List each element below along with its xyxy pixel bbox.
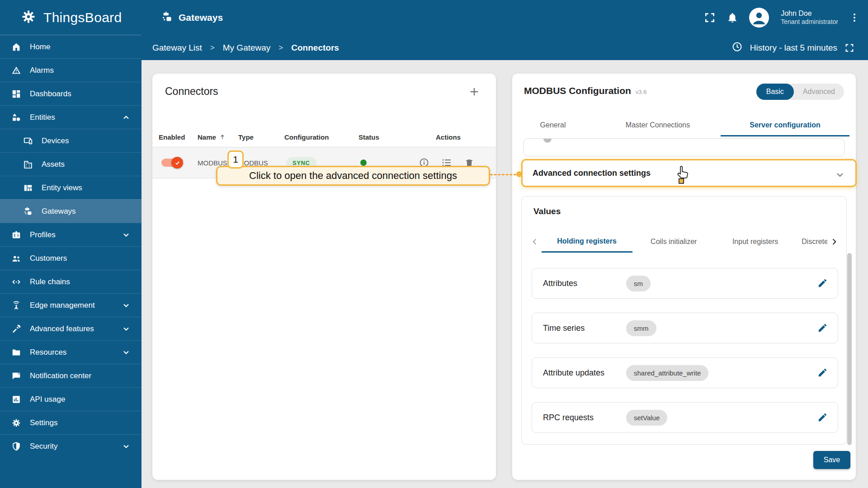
tab-scroll-right-icon[interactable] — [827, 237, 841, 246]
value-row-label: Time series — [543, 324, 626, 333]
logo-text: ThingsBoard — [43, 10, 122, 25]
rule-chains-icon — [11, 277, 22, 287]
user-info[interactable]: John Doe Tenant administrator — [781, 9, 838, 26]
values-section: Values Holding registers Coils initializ… — [521, 196, 847, 445]
sidebar-item-entity-views[interactable]: Entity views — [0, 176, 142, 199]
sidebar-item-resources[interactable]: Resources — [0, 340, 142, 364]
sidebar-item-profiles[interactable]: Profiles — [0, 223, 142, 246]
edit-pencil-icon[interactable] — [817, 278, 828, 290]
user-role: Tenant administrator — [781, 18, 838, 26]
tab-server-configuration[interactable]: Server configuration — [721, 115, 849, 136]
value-row-rpc-requests: RPC requests setValue — [532, 402, 838, 433]
value-row-time-series: Time series smm — [532, 313, 838, 343]
sidebar-item-label: Gateways — [42, 207, 76, 216]
sidebar-item-assets[interactable]: Assets — [0, 152, 142, 176]
notifications-bell-icon[interactable] — [726, 12, 738, 23]
dashboards-icon — [11, 89, 22, 99]
sidebar-item-dashboards[interactable]: Dashboards — [0, 82, 142, 105]
tab-holding-registers[interactable]: Holding registers — [542, 231, 632, 253]
topbar-actions: John Doe Tenant administrator — [704, 0, 860, 35]
devices-icon — [23, 136, 33, 146]
tab-general[interactable]: General — [530, 115, 576, 135]
toggle-thumb — [171, 157, 183, 169]
sidebar-item-home[interactable]: Home — [0, 35, 142, 58]
edit-pencil-icon[interactable] — [817, 367, 828, 380]
sidebar-item-rule-chains[interactable]: Rule chains — [0, 270, 142, 293]
sidebar-item-label: Alarms — [30, 66, 54, 75]
sidebar-item-api-usage[interactable]: API usage — [0, 387, 142, 411]
save-button[interactable]: Save — [813, 451, 850, 469]
thingsboard-logo-icon — [20, 8, 37, 27]
column-header-type: Type — [238, 127, 254, 147]
sidebar-item-edge-management[interactable]: Edge management — [0, 293, 142, 317]
tab-discrete-inputs[interactable]: Discrete inputs — [795, 232, 827, 252]
sidebar-item-security[interactable]: Security — [0, 434, 142, 458]
breadcrumb-connectors: Connectors — [291, 43, 339, 53]
history-label: History - last 5 minutes — [750, 43, 837, 53]
annotation-connector-dot — [516, 171, 522, 177]
warning-icon — [11, 66, 22, 75]
expand-timewindow-icon[interactable] — [844, 43, 854, 53]
tab-coils-initializer[interactable]: Coils initializer — [632, 232, 715, 252]
sidebar-item-customers[interactable]: Customers — [0, 246, 142, 270]
page-title: Gateways — [161, 0, 223, 35]
breadcrumb-separator: > — [210, 43, 215, 52]
edit-pencil-icon[interactable] — [817, 323, 828, 335]
sidebar-item-label: Entity views — [42, 183, 82, 192]
tab-input-registers[interactable]: Input registers — [715, 232, 795, 252]
value-chip: smm — [626, 320, 656, 336]
hidden-control-fragment — [543, 138, 552, 143]
logo[interactable]: ThingsBoard — [20, 0, 122, 35]
sidebar-item-label: Profiles — [30, 230, 56, 239]
panel-scrollbar[interactable] — [847, 253, 852, 445]
config-version: v3.6 — [636, 89, 647, 95]
edit-pencil-icon[interactable] — [817, 412, 828, 424]
sidebar-item-notification-center[interactable]: Notification center — [0, 364, 142, 387]
config-title: MODBUS Configuration — [524, 85, 631, 96]
sidebar-item-entities[interactable]: Entities — [0, 105, 142, 129]
connector-enabled-cell — [161, 147, 182, 178]
connector-enabled-toggle[interactable] — [161, 159, 182, 167]
tab-scroll-left-icon[interactable] — [528, 237, 542, 246]
sidebar-item-label: Security — [30, 442, 57, 451]
kebab-menu-icon[interactable] — [849, 12, 860, 23]
mode-basic-button[interactable]: Basic — [756, 84, 794, 100]
values-title: Values — [533, 206, 561, 216]
value-row-attribute-updates: Attribute updates shared_attribute_write — [532, 357, 838, 388]
connectors-title: Connectors — [165, 85, 218, 98]
column-header-name[interactable]: Name — [198, 127, 226, 147]
sidebar-item-advanced-features[interactable]: Advanced features — [0, 317, 142, 340]
column-header-actions: Actions — [436, 127, 461, 147]
shield-icon — [11, 441, 22, 451]
add-connector-button[interactable] — [468, 85, 481, 98]
sidebar-item-settings[interactable]: Settings — [0, 411, 142, 434]
value-chip: shared_attribute_write — [626, 365, 708, 381]
breadcrumb-my-gateway[interactable]: My Gateway — [223, 43, 271, 53]
antenna-icon — [11, 300, 22, 310]
sidebar-item-alarms[interactable]: Alarms — [0, 58, 142, 82]
sidebar-item-label: Customers — [30, 254, 67, 263]
timewindow-control[interactable]: History - last 5 minutes — [731, 35, 854, 60]
sidebar-item-gateways[interactable]: Gateways — [0, 199, 142, 223]
connectors-panel: Connectors Enabled Name Type Configurati… — [152, 74, 496, 480]
breadcrumb: Gateway List > My Gateway > Connectors — [142, 43, 339, 53]
breadcrumb-gateway-list[interactable]: Gateway List — [152, 43, 202, 53]
gear-icon — [11, 418, 22, 428]
bar-chart-icon — [11, 394, 22, 404]
column-header-name-label: Name — [198, 133, 216, 141]
modbus-config-panel: MODBUS Configuration v3.6 Basic Advanced… — [512, 74, 856, 480]
chevron-down-icon — [122, 442, 131, 451]
sidebar-item-label: Home — [30, 42, 50, 52]
mode-advanced-button[interactable]: Advanced — [794, 88, 844, 96]
tab-master-connections[interactable]: Master Connections — [608, 115, 708, 135]
sidebar-item-devices[interactable]: Devices — [0, 129, 142, 152]
value-row-attributes: Attributes sm — [532, 268, 838, 299]
sidebar-item-label: API usage — [30, 395, 65, 404]
fullscreen-icon[interactable] — [704, 12, 716, 23]
user-avatar[interactable] — [749, 8, 769, 28]
folder-icon — [11, 347, 22, 357]
value-row-label: Attributes — [543, 279, 626, 288]
home-icon — [11, 42, 22, 52]
user-name: John Doe — [781, 9, 838, 18]
sidebar-item-label: Devices — [42, 136, 69, 145]
